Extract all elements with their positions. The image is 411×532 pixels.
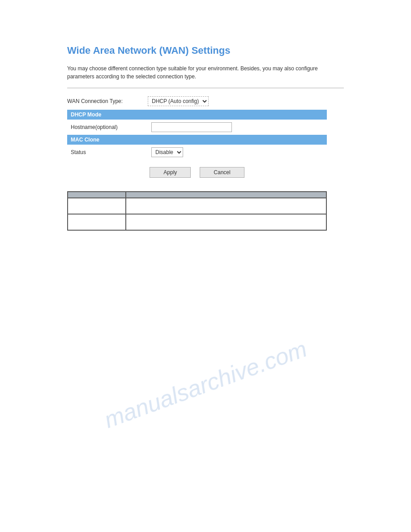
hostname-row: Hostname(optional) (67, 120, 327, 135)
watermark: manualsarchive.com (101, 335, 311, 433)
bottom-table (67, 191, 327, 231)
table-cell-1-2 (126, 198, 326, 214)
dhcp-mode-header: DHCP Mode (67, 110, 327, 120)
table-header-col2 (126, 192, 326, 198)
mac-clone-content: Status Disable Enable (67, 145, 327, 160)
apply-button[interactable]: Apply (150, 167, 191, 178)
dhcp-mode-content: Hostname(optional) (67, 120, 327, 135)
page-title: Wide Area Network (WAN) Settings (67, 45, 344, 56)
wan-connection-label: WAN Connection Type: (67, 98, 148, 104)
table-cell-2-2 (126, 214, 326, 230)
hostname-input[interactable] (151, 122, 232, 132)
table-cell-2-1 (68, 214, 126, 230)
table-row (68, 214, 326, 230)
table-cell-1-1 (68, 198, 126, 214)
status-select[interactable]: Disable Enable (151, 147, 183, 157)
button-row: Apply Cancel (67, 167, 327, 178)
mac-clone-header: MAC Clone (67, 135, 327, 145)
cancel-button[interactable]: Cancel (200, 167, 244, 178)
table-row (68, 198, 326, 214)
hostname-label: Hostname(optional) (71, 124, 151, 130)
wan-connection-type-row: WAN Connection Type: DHCP (Auto config) … (67, 96, 327, 106)
settings-form: WAN Connection Type: DHCP (Auto config) … (67, 96, 327, 231)
page-description: You may choose different connection type… (67, 64, 344, 81)
table-header-col1 (68, 192, 126, 198)
section-divider (67, 88, 344, 88)
status-row: Status Disable Enable (67, 145, 327, 160)
status-label: Status (71, 149, 151, 155)
table-header-row (68, 192, 326, 198)
wan-connection-select[interactable]: DHCP (Auto config) Static IP PPPoE PPTP … (148, 96, 209, 106)
